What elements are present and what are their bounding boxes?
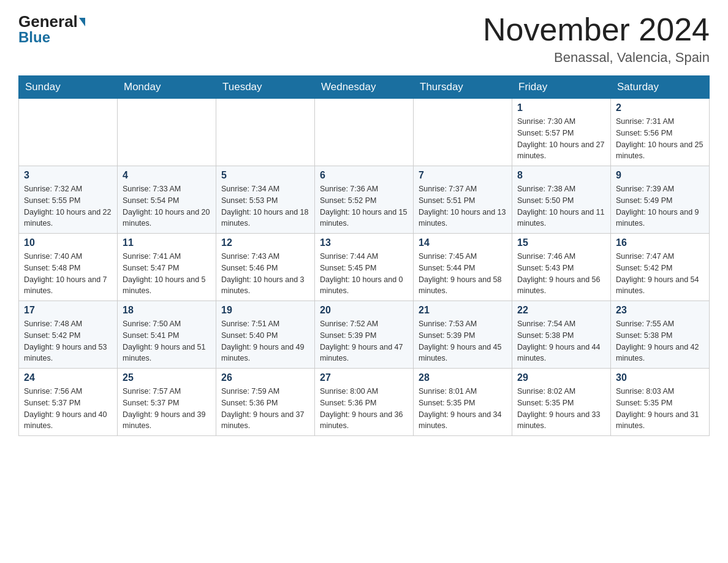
calendar-cell: 6Sunrise: 7:36 AMSunset: 5:52 PMDaylight… <box>315 166 414 234</box>
day-number: 11 <box>123 237 211 248</box>
day-number: 29 <box>517 372 605 383</box>
day-number: 14 <box>419 237 507 248</box>
calendar-cell <box>19 99 118 166</box>
day-number: 12 <box>221 237 309 248</box>
calendar-cell: 27Sunrise: 8:00 AMSunset: 5:36 PMDayligh… <box>315 369 414 436</box>
calendar-cell: 28Sunrise: 8:01 AMSunset: 5:35 PMDayligh… <box>414 369 512 436</box>
day-number: 1 <box>517 102 605 113</box>
calendar-cell: 9Sunrise: 7:39 AMSunset: 5:49 PMDaylight… <box>611 166 710 234</box>
weekday-header-row: SundayMondayTuesdayWednesdayThursdayFrid… <box>19 76 710 99</box>
calendar-row-4: 17Sunrise: 7:48 AMSunset: 5:42 PMDayligh… <box>19 301 710 369</box>
day-info: Sunrise: 8:01 AMSunset: 5:35 PMDaylight:… <box>419 386 507 432</box>
weekday-header-wednesday: Wednesday <box>315 76 414 99</box>
calendar-cell: 16Sunrise: 7:47 AMSunset: 5:42 PMDayligh… <box>611 234 710 301</box>
calendar-row-1: 1Sunrise: 7:30 AMSunset: 5:57 PMDaylight… <box>19 99 710 166</box>
calendar-table: SundayMondayTuesdayWednesdayThursdayFrid… <box>18 75 710 436</box>
day-info: Sunrise: 7:44 AMSunset: 5:45 PMDaylight:… <box>320 251 408 297</box>
day-info: Sunrise: 7:40 AMSunset: 5:48 PMDaylight:… <box>24 251 112 297</box>
weekday-header-sunday: Sunday <box>19 76 118 99</box>
calendar-title: November 2024 <box>483 12 710 47</box>
calendar-cell: 8Sunrise: 7:38 AMSunset: 5:50 PMDaylight… <box>512 166 611 234</box>
day-number: 10 <box>24 237 112 248</box>
day-number: 18 <box>123 305 211 316</box>
weekday-header-saturday: Saturday <box>611 76 710 99</box>
day-info: Sunrise: 7:50 AMSunset: 5:41 PMDaylight:… <box>123 318 211 364</box>
day-number: 24 <box>24 372 112 383</box>
day-number: 27 <box>320 372 408 383</box>
calendar-cell: 29Sunrise: 8:02 AMSunset: 5:35 PMDayligh… <box>512 369 611 436</box>
calendar-cell: 12Sunrise: 7:43 AMSunset: 5:46 PMDayligh… <box>216 234 315 301</box>
calendar-cell <box>414 99 512 166</box>
weekday-header-thursday: Thursday <box>414 76 512 99</box>
calendar-cell: 10Sunrise: 7:40 AMSunset: 5:48 PMDayligh… <box>19 234 118 301</box>
day-info: Sunrise: 7:31 AMSunset: 5:56 PMDaylight:… <box>616 116 704 162</box>
calendar-cell: 11Sunrise: 7:41 AMSunset: 5:47 PMDayligh… <box>118 234 216 301</box>
weekday-header-friday: Friday <box>512 76 611 99</box>
weekday-header-monday: Monday <box>118 76 216 99</box>
day-number: 20 <box>320 305 408 316</box>
calendar-subtitle: Benassal, Valencia, Spain <box>483 50 710 66</box>
calendar-cell <box>118 99 216 166</box>
day-info: Sunrise: 7:41 AMSunset: 5:47 PMDaylight:… <box>123 251 211 297</box>
day-info: Sunrise: 7:56 AMSunset: 5:37 PMDaylight:… <box>24 386 112 432</box>
day-number: 3 <box>24 170 112 181</box>
day-number: 9 <box>616 170 704 181</box>
day-info: Sunrise: 7:32 AMSunset: 5:55 PMDaylight:… <box>24 183 112 229</box>
day-info: Sunrise: 7:34 AMSunset: 5:53 PMDaylight:… <box>221 183 309 229</box>
day-number: 7 <box>419 170 507 181</box>
calendar-cell: 1Sunrise: 7:30 AMSunset: 5:57 PMDaylight… <box>512 99 611 166</box>
day-info: Sunrise: 7:45 AMSunset: 5:44 PMDaylight:… <box>419 251 507 297</box>
day-number: 5 <box>221 170 309 181</box>
day-number: 6 <box>320 170 408 181</box>
calendar-cell: 14Sunrise: 7:45 AMSunset: 5:44 PMDayligh… <box>414 234 512 301</box>
day-info: Sunrise: 7:54 AMSunset: 5:38 PMDaylight:… <box>517 318 605 364</box>
calendar-cell: 25Sunrise: 7:57 AMSunset: 5:37 PMDayligh… <box>118 369 216 436</box>
calendar-row-3: 10Sunrise: 7:40 AMSunset: 5:48 PMDayligh… <box>19 234 710 301</box>
day-info: Sunrise: 7:55 AMSunset: 5:38 PMDaylight:… <box>616 318 704 364</box>
calendar-cell: 17Sunrise: 7:48 AMSunset: 5:42 PMDayligh… <box>19 301 118 369</box>
day-info: Sunrise: 8:02 AMSunset: 5:35 PMDaylight:… <box>517 386 605 432</box>
calendar-cell: 19Sunrise: 7:51 AMSunset: 5:40 PMDayligh… <box>216 301 315 369</box>
day-info: Sunrise: 8:00 AMSunset: 5:36 PMDaylight:… <box>320 386 408 432</box>
calendar-cell: 3Sunrise: 7:32 AMSunset: 5:55 PMDaylight… <box>19 166 118 234</box>
calendar-cell: 13Sunrise: 7:44 AMSunset: 5:45 PMDayligh… <box>315 234 414 301</box>
day-number: 21 <box>419 305 507 316</box>
day-number: 2 <box>616 102 704 113</box>
calendar-cell: 4Sunrise: 7:33 AMSunset: 5:54 PMDaylight… <box>118 166 216 234</box>
day-info: Sunrise: 7:46 AMSunset: 5:43 PMDaylight:… <box>517 251 605 297</box>
day-info: Sunrise: 7:53 AMSunset: 5:39 PMDaylight:… <box>419 318 507 364</box>
day-number: 28 <box>419 372 507 383</box>
calendar-cell: 5Sunrise: 7:34 AMSunset: 5:53 PMDaylight… <box>216 166 315 234</box>
day-info: Sunrise: 7:43 AMSunset: 5:46 PMDaylight:… <box>221 251 309 297</box>
day-number: 26 <box>221 372 309 383</box>
day-info: Sunrise: 7:37 AMSunset: 5:51 PMDaylight:… <box>419 183 507 229</box>
day-number: 23 <box>616 305 704 316</box>
day-info: Sunrise: 7:30 AMSunset: 5:57 PMDaylight:… <box>517 116 605 162</box>
calendar-cell: 18Sunrise: 7:50 AMSunset: 5:41 PMDayligh… <box>118 301 216 369</box>
calendar-cell: 22Sunrise: 7:54 AMSunset: 5:38 PMDayligh… <box>512 301 611 369</box>
day-info: Sunrise: 7:38 AMSunset: 5:50 PMDaylight:… <box>517 183 605 229</box>
logo-triangle-icon <box>79 18 85 26</box>
calendar-cell: 21Sunrise: 7:53 AMSunset: 5:39 PMDayligh… <box>414 301 512 369</box>
calendar-cell: 30Sunrise: 8:03 AMSunset: 5:35 PMDayligh… <box>611 369 710 436</box>
day-info: Sunrise: 7:51 AMSunset: 5:40 PMDaylight:… <box>221 318 309 364</box>
day-number: 30 <box>616 372 704 383</box>
day-info: Sunrise: 7:33 AMSunset: 5:54 PMDaylight:… <box>123 183 211 229</box>
day-number: 25 <box>123 372 211 383</box>
day-number: 17 <box>24 305 112 316</box>
day-info: Sunrise: 7:39 AMSunset: 5:49 PMDaylight:… <box>616 183 704 229</box>
day-number: 15 <box>517 237 605 248</box>
calendar-cell: 20Sunrise: 7:52 AMSunset: 5:39 PMDayligh… <box>315 301 414 369</box>
day-info: Sunrise: 7:59 AMSunset: 5:36 PMDaylight:… <box>221 386 309 432</box>
day-info: Sunrise: 7:57 AMSunset: 5:37 PMDaylight:… <box>123 386 211 432</box>
day-info: Sunrise: 7:52 AMSunset: 5:39 PMDaylight:… <box>320 318 408 364</box>
day-info: Sunrise: 7:47 AMSunset: 5:42 PMDaylight:… <box>616 251 704 297</box>
calendar-cell: 15Sunrise: 7:46 AMSunset: 5:43 PMDayligh… <box>512 234 611 301</box>
calendar-row-5: 24Sunrise: 7:56 AMSunset: 5:37 PMDayligh… <box>19 369 710 436</box>
day-info: Sunrise: 7:48 AMSunset: 5:42 PMDaylight:… <box>24 318 112 364</box>
day-number: 13 <box>320 237 408 248</box>
day-number: 4 <box>123 170 211 181</box>
calendar-cell <box>315 99 414 166</box>
calendar-cell: 23Sunrise: 7:55 AMSunset: 5:38 PMDayligh… <box>611 301 710 369</box>
calendar-row-2: 3Sunrise: 7:32 AMSunset: 5:55 PMDaylight… <box>19 166 710 234</box>
